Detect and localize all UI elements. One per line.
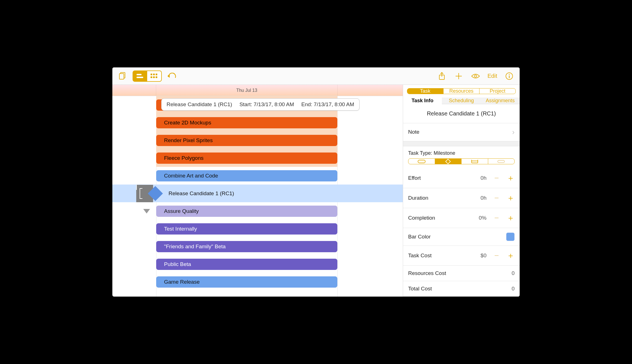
- tab-resources[interactable]: Resources: [443, 88, 479, 94]
- plus-button[interactable]: ＋: [507, 250, 515, 261]
- task-bar[interactable]: Create 2D Mockups: [156, 117, 337, 128]
- inspector-panel: Task Resources Project Task Info Schedul…: [403, 85, 520, 297]
- add-icon[interactable]: [454, 71, 463, 81]
- task-cost-value: $0: [475, 252, 486, 259]
- task-row[interactable]: Render Pixel Sprites: [112, 131, 403, 149]
- completion-value: 0%: [475, 215, 486, 221]
- task-bar[interactable]: Assure Quality: [156, 206, 337, 217]
- note-row[interactable]: Note ›: [403, 123, 520, 141]
- task-label: Test Internally: [164, 226, 197, 232]
- task-row[interactable]: Game Release: [112, 273, 403, 291]
- gantt-body[interactable]: Sketch Concepts (Fresh) Create 2D Mockup…: [112, 96, 403, 297]
- task-row[interactable]: Assure Quality: [112, 202, 403, 220]
- svg-rect-9: [156, 76, 157, 78]
- svg-rect-21: [472, 161, 478, 163]
- svg-rect-8: [153, 76, 155, 78]
- total-cost-label: Total Cost: [408, 286, 432, 292]
- view-mode-grid[interactable]: [147, 71, 161, 81]
- chevron-right-icon: ›: [512, 128, 515, 136]
- share-icon[interactable]: [437, 71, 447, 81]
- plus-button[interactable]: ＋: [507, 213, 515, 223]
- undo-icon[interactable]: [167, 71, 176, 81]
- task-type-hammock[interactable]: [461, 159, 488, 164]
- subtab-assignments[interactable]: Assignments: [481, 97, 520, 104]
- tab-project[interactable]: Project: [479, 88, 515, 94]
- task-bar[interactable]: Public Beta: [156, 259, 337, 270]
- task-bar[interactable]: Fleece Polygons: [156, 153, 337, 164]
- tooltip-end: End: 7/13/17, 8:00 AM: [301, 101, 354, 108]
- task-row[interactable]: Combine Art and Code: [112, 167, 403, 185]
- task-bar[interactable]: Test Internally: [156, 223, 337, 235]
- task-label: Render Pixel Sprites: [164, 137, 213, 144]
- resources-cost-value: 0: [503, 270, 515, 276]
- tab-task[interactable]: Task: [407, 88, 443, 94]
- effort-row: Effort 0h − ＋: [403, 168, 520, 188]
- minus-button[interactable]: −: [493, 174, 501, 183]
- subtab-task-info[interactable]: Task Info: [403, 97, 442, 104]
- task-row[interactable]: Public Beta: [112, 255, 403, 273]
- task-bar[interactable]: Combine Art and Code: [156, 170, 337, 181]
- plus-button[interactable]: ＋: [507, 193, 515, 203]
- task-label: Public Beta: [164, 261, 191, 267]
- task-row[interactable]: Create 2D Mockups: [112, 114, 403, 131]
- gantt-area: Thu Jul 13 Release Candidate 1 (RC1) Sta…: [112, 85, 403, 297]
- bar-color-swatch[interactable]: [506, 233, 515, 241]
- eye-icon[interactable]: [471, 71, 480, 81]
- svg-rect-5: [153, 74, 155, 75]
- date-header: Thu Jul 13: [156, 85, 337, 96]
- minus-button[interactable]: −: [493, 251, 501, 260]
- svg-rect-7: [151, 76, 152, 78]
- duration-label: Duration: [408, 195, 428, 201]
- total-cost-row: Total Cost 0: [403, 281, 520, 297]
- view-mode-segmented[interactable]: [133, 70, 162, 82]
- duration-value: 0h: [475, 195, 486, 201]
- total-cost-value: 0: [503, 286, 515, 292]
- task-cost-label: Task Cost: [408, 252, 431, 259]
- minus-button[interactable]: −: [493, 194, 501, 203]
- inspector-title: Release Candidate 1 (RC1): [403, 104, 520, 123]
- minus-button[interactable]: −: [493, 213, 501, 222]
- subtab-scheduling[interactable]: Scheduling: [442, 97, 481, 104]
- task-type-label: Task Type: Milestone: [403, 146, 520, 157]
- task-row[interactable]: Test Internally: [112, 220, 403, 238]
- task-type-segmented[interactable]: [408, 158, 515, 164]
- task-label: Game Release: [164, 279, 200, 285]
- task-row[interactable]: "Friends and Family" Beta: [112, 238, 403, 255]
- disclosure-triangle-icon[interactable]: [143, 209, 150, 213]
- inspector-sub-tabs[interactable]: Task Info Scheduling Assignments: [403, 97, 520, 104]
- toolbar: Edit: [112, 67, 520, 85]
- svg-marker-10: [167, 74, 170, 78]
- task-label: Combine Art and Code: [164, 173, 218, 179]
- svg-point-15: [474, 75, 477, 77]
- task-label: Fleece Polygons: [164, 155, 203, 161]
- edit-button[interactable]: Edit: [488, 73, 497, 79]
- inspector-top-tabs[interactable]: Task Resources Project: [407, 88, 516, 94]
- task-bar[interactable]: "Friends and Family" Beta: [156, 241, 337, 252]
- effort-label: Effort: [408, 175, 421, 181]
- svg-rect-1: [119, 74, 124, 79]
- bar-color-row[interactable]: Bar Color: [403, 228, 520, 246]
- svg-rect-6: [156, 74, 157, 75]
- resources-cost-label: Resources Cost: [408, 270, 446, 276]
- info-icon[interactable]: [504, 71, 514, 81]
- bar-color-label: Bar Color: [408, 234, 431, 240]
- view-mode-gantt[interactable]: [133, 71, 147, 81]
- svg-rect-3: [137, 77, 143, 78]
- documents-icon[interactable]: [118, 71, 128, 81]
- gantt-header: Thu Jul 13: [112, 85, 403, 96]
- task-type-group[interactable]: [488, 159, 515, 164]
- section-gap: [403, 141, 520, 146]
- duration-row: Duration 0h − ＋: [403, 188, 520, 208]
- main-area: Thu Jul 13 Release Candidate 1 (RC1) Sta…: [112, 85, 520, 297]
- task-bar[interactable]: Render Pixel Sprites: [156, 135, 337, 146]
- task-bar[interactable]: Game Release: [156, 276, 337, 288]
- task-label: "Friends and Family" Beta: [164, 244, 226, 250]
- milestone-row[interactable]: Release Candidate 1 (RC1): [112, 185, 403, 202]
- resources-cost-row: Resources Cost 0: [403, 266, 520, 281]
- app-window: Edit Thu Jul 13 Release Candidate 1 (RC1…: [112, 67, 520, 297]
- task-row[interactable]: Fleece Polygons: [112, 149, 403, 167]
- task-type-standard[interactable]: [408, 159, 435, 164]
- plus-button[interactable]: ＋: [507, 173, 515, 183]
- svg-rect-19: [418, 160, 425, 163]
- task-type-milestone[interactable]: [435, 159, 462, 164]
